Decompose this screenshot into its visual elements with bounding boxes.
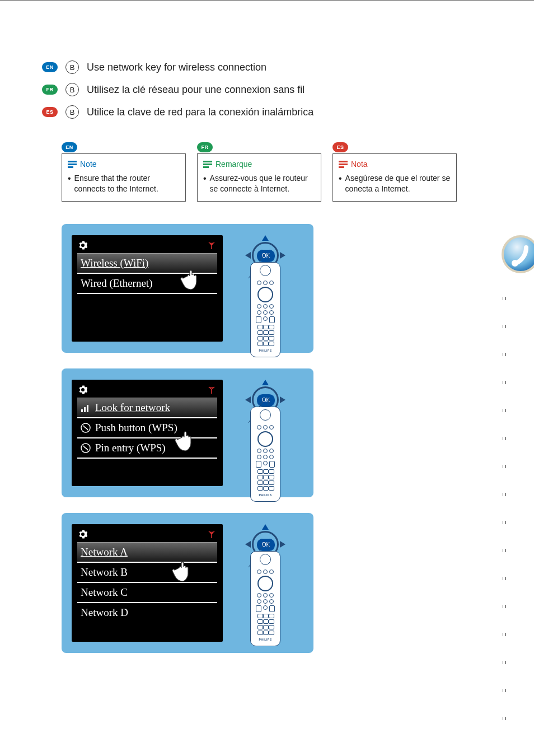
step-letter: B bbox=[65, 83, 79, 96]
crop-tick bbox=[503, 465, 506, 468]
menu-item-push-button-wps[interactable]: Push button (WPS) bbox=[77, 418, 217, 438]
note-title: Nota bbox=[351, 160, 368, 169]
remote-illustration: OK PHILIPS bbox=[228, 524, 302, 642]
bullet-icon: • bbox=[203, 174, 207, 194]
arrow-right-icon bbox=[280, 541, 285, 548]
svg-point-20 bbox=[503, 236, 534, 272]
signal-bars-icon bbox=[81, 403, 91, 413]
note-en: EN Note • Ensure that the router connect… bbox=[62, 141, 186, 202]
svg-point-21 bbox=[512, 260, 518, 267]
lang-pill-fr: FR bbox=[42, 85, 58, 95]
menu-item-network-c[interactable]: Network C bbox=[77, 583, 217, 603]
page-trim-line bbox=[0, 0, 534, 2]
svg-rect-7 bbox=[339, 164, 348, 165]
svg-rect-1 bbox=[68, 164, 77, 165]
step-row-fr: FR B Utilisez la clé réseau pour une con… bbox=[42, 83, 512, 96]
crop-tick bbox=[503, 353, 506, 356]
note-icon bbox=[203, 160, 212, 168]
menu-label: Wired (Ethernet) bbox=[81, 277, 152, 290]
svg-rect-13 bbox=[87, 405, 88, 412]
gear-icon bbox=[78, 385, 87, 394]
note-fr: FR Remarque • Assurez-vous que le routeu… bbox=[197, 141, 321, 202]
note-es: ES Nota • Asegúrese de que el router se … bbox=[332, 141, 457, 202]
ok-button[interactable]: OK bbox=[256, 394, 275, 407]
antenna-icon bbox=[207, 385, 216, 394]
lang-pill-fr: FR bbox=[197, 142, 213, 152]
step-letter: B bbox=[65, 60, 79, 74]
remote-power-icon bbox=[260, 554, 271, 565]
crop-tick bbox=[503, 297, 506, 300]
note-icon bbox=[339, 160, 348, 168]
note-icon bbox=[68, 160, 77, 168]
remote-nav-ring bbox=[257, 287, 273, 302]
panel-network-list: Network A Network B Network C Network D bbox=[62, 513, 313, 653]
menu-label: Look for network bbox=[95, 402, 170, 414]
arrow-up-icon bbox=[262, 380, 269, 385]
crop-tick bbox=[503, 661, 506, 664]
wps-icon bbox=[81, 423, 91, 433]
remote-brand-label: PHILIPS bbox=[259, 638, 272, 641]
menu-item-network-b[interactable]: Network B bbox=[77, 563, 217, 583]
ok-button[interactable]: OK bbox=[256, 249, 275, 263]
note-body-text: Ensure that the router connects to the I… bbox=[74, 173, 181, 194]
crop-tick bbox=[503, 437, 506, 440]
screen: Network A Network B Network C Network D bbox=[72, 524, 223, 642]
svg-rect-12 bbox=[84, 407, 86, 412]
remote-body: PHILIPS bbox=[250, 262, 280, 357]
gear-icon bbox=[78, 530, 87, 539]
svg-rect-6 bbox=[339, 161, 348, 162]
menu-label: Pin entry (WPS) bbox=[95, 442, 166, 454]
svg-rect-8 bbox=[339, 166, 344, 168]
menu-label: Network C bbox=[81, 586, 128, 599]
svg-rect-4 bbox=[203, 164, 212, 165]
step-text-es: Utilice la clave de red para la conexión… bbox=[87, 106, 313, 118]
ok-button[interactable]: OK bbox=[256, 538, 275, 552]
remote-body: PHILIPS bbox=[250, 407, 280, 502]
arrow-right-icon bbox=[280, 396, 285, 403]
arrow-left-icon bbox=[245, 396, 251, 403]
panel-wifi-method: Look for network Push button (WPS) Pin e… bbox=[62, 368, 313, 497]
crop-tick bbox=[503, 493, 506, 496]
crop-tick bbox=[503, 633, 506, 636]
crop-tick bbox=[503, 325, 506, 328]
remote-power-icon bbox=[260, 409, 271, 421]
step-text-en: Use network key for wireless connection bbox=[87, 62, 266, 73]
remote-brand-label: PHILIPS bbox=[259, 493, 272, 497]
note-body-text: Assurez-vous que le routeur se connecte … bbox=[210, 173, 316, 194]
svg-rect-11 bbox=[81, 409, 83, 412]
menu-item-wired[interactable]: Wired (Ethernet) bbox=[77, 274, 217, 294]
lang-pill-en: EN bbox=[62, 142, 77, 152]
menu-item-wireless[interactable]: Wireless (WiFi) bbox=[77, 253, 217, 274]
menu-label: Network A bbox=[81, 546, 128, 558]
remote-nav-ring bbox=[257, 576, 273, 591]
menu-item-network-a[interactable]: Network A bbox=[77, 542, 217, 563]
remote-brand-label: PHILIPS bbox=[259, 349, 272, 352]
menu-item-pin-entry-wps[interactable]: Pin entry (WPS) bbox=[77, 438, 217, 459]
screen: Look for network Push button (WPS) Pin e… bbox=[72, 380, 223, 486]
arrow-right-icon bbox=[280, 252, 285, 259]
crop-tick bbox=[503, 381, 506, 384]
svg-rect-2 bbox=[68, 166, 73, 168]
arrow-left-icon bbox=[245, 541, 251, 548]
remote-illustration: OK PHILIPS bbox=[228, 235, 302, 342]
note-title: Remarque bbox=[216, 160, 252, 169]
crop-tick bbox=[503, 717, 506, 720]
lang-pill-es: ES bbox=[332, 142, 348, 152]
arrow-up-icon bbox=[262, 524, 269, 530]
antenna-icon bbox=[207, 241, 216, 250]
arrow-left-icon bbox=[245, 252, 251, 259]
side-crop-decor bbox=[481, 235, 534, 739]
crop-tick bbox=[503, 549, 506, 552]
wps-icon bbox=[81, 443, 91, 453]
bullet-icon: • bbox=[339, 174, 342, 194]
step-letter: B bbox=[65, 105, 79, 119]
antenna-icon bbox=[207, 530, 216, 539]
svg-rect-0 bbox=[68, 161, 77, 162]
menu-item-network-d[interactable]: Network D bbox=[77, 603, 217, 622]
gear-icon bbox=[78, 241, 87, 250]
menu-item-look-for-network[interactable]: Look for network bbox=[77, 398, 217, 418]
arrow-up-icon bbox=[262, 235, 269, 241]
step-text-fr: Utilisez la clé réseau pour une connexio… bbox=[87, 84, 305, 96]
bullet-icon: • bbox=[68, 174, 71, 194]
crop-tick bbox=[503, 605, 506, 608]
